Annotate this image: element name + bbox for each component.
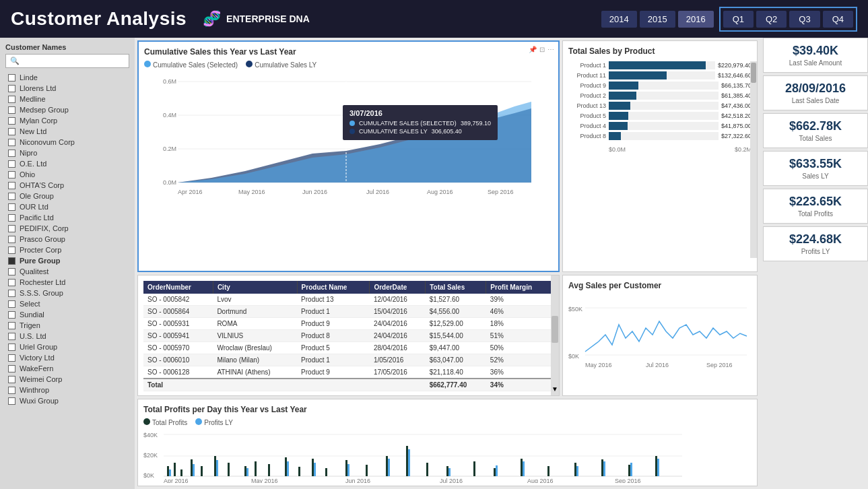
customer-name: Wuxi Group — [20, 397, 59, 405]
customer-name: Qualitest — [20, 267, 48, 275]
customer-checkbox[interactable] — [8, 128, 15, 135]
customer-checkbox[interactable] — [8, 397, 15, 405]
customer-item[interactable]: Ohio — [5, 169, 129, 180]
customer-item[interactable]: Rochester Ltd — [5, 277, 129, 288]
customer-name: Mylan Corp — [20, 117, 57, 125]
customer-item[interactable]: Linde — [5, 72, 129, 83]
customer-checkbox[interactable] — [8, 106, 15, 114]
q2-button[interactable]: Q2 — [756, 11, 787, 28]
customer-checkbox[interactable] — [8, 150, 15, 157]
customer-checkbox[interactable]: ✓ — [8, 257, 15, 265]
cumulative-sales-panel: 📌 ⊡ ⋯ Cumulative Sales this Year vs Last… — [137, 40, 560, 272]
menu-icon[interactable]: ⋯ — [547, 46, 554, 53]
customer-item[interactable]: Pacific Ltd — [5, 212, 129, 223]
pin-icon[interactable]: 📌 — [529, 46, 537, 53]
customer-checkbox[interactable] — [8, 236, 15, 243]
q1-button[interactable]: Q1 — [723, 11, 754, 28]
product-label: Product 2 — [568, 92, 609, 99]
year-2015-button[interactable]: 2015 — [640, 11, 675, 28]
stat-card: 28/09/2016 Last Sales Date — [763, 75, 868, 110]
table-row[interactable]: SO - 0005842LvovProduct 1312/04/2016$1,5… — [143, 294, 554, 306]
year-filter: 2014 2015 2016 — [601, 11, 714, 28]
table-total-cell — [213, 379, 297, 391]
customer-checkbox[interactable] — [8, 376, 15, 383]
customer-item[interactable]: Select — [5, 298, 129, 309]
customer-item[interactable]: Niconovum Corp — [5, 137, 129, 148]
table-cell: $1,527.60 — [426, 294, 486, 306]
customer-checkbox[interactable] — [8, 74, 15, 82]
svg-rect-73 — [657, 459, 659, 476]
customer-item[interactable]: Medsep Group — [5, 104, 129, 115]
customer-item[interactable]: S.S.S. Group — [5, 288, 129, 298]
customer-item[interactable]: Winthrop — [5, 385, 129, 395]
search-box[interactable]: 🔍 — [5, 54, 129, 68]
customer-checkbox[interactable] — [8, 365, 15, 372]
table-row[interactable]: SO - 0005931ROMAProduct 924/04/2016$12,5… — [143, 318, 554, 330]
customer-item[interactable]: Trigen — [5, 320, 129, 331]
svg-text:Apr 2016: Apr 2016 — [164, 478, 189, 483]
customer-item[interactable]: Medline — [5, 94, 129, 104]
customer-item[interactable]: Nipro — [5, 148, 129, 158]
customer-checkbox[interactable] — [8, 182, 15, 189]
customer-checkbox[interactable] — [8, 279, 15, 286]
q3-button[interactable]: Q3 — [789, 11, 820, 28]
customer-checkbox[interactable] — [8, 171, 15, 178]
svg-rect-37 — [244, 466, 246, 476]
table-row[interactable]: SO - 0006010Milano (Milan)Product 11/05/… — [143, 354, 554, 366]
svg-rect-53 — [547, 466, 549, 476]
customer-checkbox[interactable] — [8, 203, 15, 211]
customer-item[interactable]: Procter Corp — [5, 244, 129, 255]
year-2016-button[interactable]: 2016 — [678, 11, 714, 28]
customer-item[interactable]: New Ltd — [5, 126, 129, 137]
search-input[interactable] — [22, 57, 125, 65]
customer-item[interactable]: Wuxi Group — [5, 395, 129, 406]
customer-checkbox[interactable] — [8, 300, 15, 308]
customer-item[interactable]: WakeFern — [5, 363, 129, 374]
customer-item[interactable]: ✓Pure Group — [5, 255, 129, 266]
customer-checkbox[interactable] — [8, 225, 15, 232]
customer-checkbox[interactable] — [8, 139, 15, 146]
customer-checkbox[interactable] — [8, 333, 15, 340]
customer-checkbox[interactable] — [8, 387, 15, 394]
year-2014-button[interactable]: 2014 — [601, 11, 637, 28]
customer-item[interactable]: Victory Ltd — [5, 352, 129, 363]
customer-item[interactable]: Uriel Group — [5, 341, 129, 352]
customer-item[interactable]: Prasco Group — [5, 234, 129, 244]
customer-item[interactable]: PEDIFIX, Corp — [5, 223, 129, 234]
customer-item[interactable]: Sundial — [5, 309, 129, 320]
q4-button[interactable]: Q4 — [823, 11, 853, 28]
customer-checkbox[interactable] — [8, 322, 15, 329]
customer-checkbox[interactable] — [8, 160, 15, 168]
customer-item[interactable]: O.E. Ltd — [5, 158, 129, 169]
table-row[interactable]: SO - 0005941VILNIUSProduct 824/04/2016$1… — [143, 330, 554, 342]
customer-item[interactable]: Ole Group — [5, 191, 129, 201]
customer-name: Victory Ltd — [20, 354, 55, 362]
customer-checkbox[interactable] — [8, 214, 15, 222]
customer-checkbox[interactable] — [8, 268, 15, 275]
table-cell: 46% — [486, 306, 554, 318]
table-row[interactable]: SO - 0005864DortmundProduct 115/04/2016$… — [143, 306, 554, 318]
customer-item[interactable]: Mylan Corp — [5, 115, 129, 126]
table-row[interactable]: SO - 0005970Wroclaw (Breslau)Product 528… — [143, 342, 554, 354]
tooltip-label-ly: CUMULATIVE SALES LY — [359, 128, 428, 135]
customer-checkbox[interactable] — [8, 85, 15, 92]
svg-rect-44 — [345, 460, 347, 476]
customer-checkbox[interactable] — [8, 290, 15, 297]
customer-checkbox[interactable] — [8, 344, 15, 351]
customer-checkbox[interactable] — [8, 354, 15, 362]
customer-item[interactable]: Llorens Ltd — [5, 83, 129, 94]
customer-item[interactable]: U.S. Ltd — [5, 331, 129, 341]
customer-checkbox[interactable] — [8, 117, 15, 125]
customer-checkbox[interactable] — [8, 311, 15, 319]
customer-item[interactable]: OUR Ltd — [5, 201, 129, 212]
customer-checkbox[interactable] — [8, 247, 15, 254]
expand-icon[interactable]: ⊡ — [539, 46, 545, 53]
customer-checkbox[interactable] — [8, 96, 15, 103]
customer-name: OHTA'S Corp — [20, 181, 64, 189]
customer-checkbox[interactable] — [8, 193, 15, 200]
table-row[interactable]: SO - 0006128ATHINAI (Athens)Product 917/… — [143, 366, 554, 379]
customer-item[interactable]: Weimei Corp — [5, 374, 129, 385]
customer-item[interactable]: OHTA'S Corp — [5, 180, 129, 191]
table-cell: Milano (Milan) — [213, 354, 297, 366]
customer-item[interactable]: Qualitest — [5, 266, 129, 277]
